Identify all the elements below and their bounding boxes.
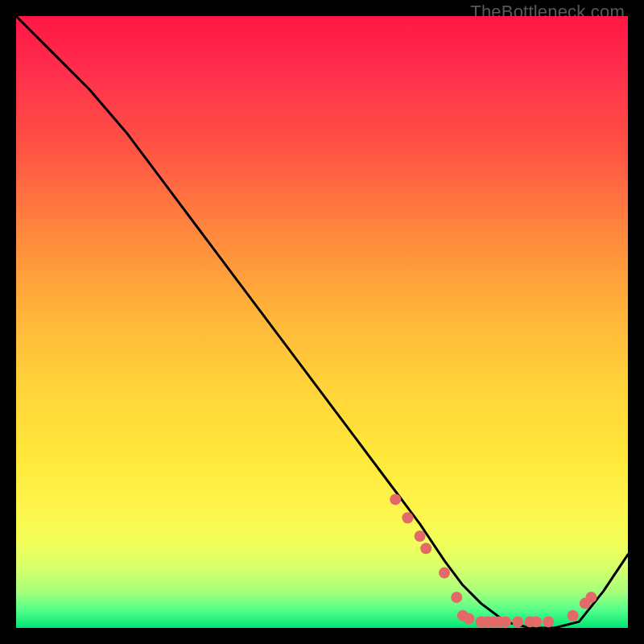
data-point (390, 493, 401, 505)
curve-svg (16, 16, 628, 628)
data-point (402, 512, 413, 523)
plot-area (16, 16, 628, 628)
data-point (500, 616, 511, 627)
data-point (463, 613, 474, 625)
data-point (512, 616, 523, 627)
bottleneck-curve (16, 16, 628, 628)
curve-layer (16, 16, 628, 628)
data-point (439, 568, 450, 579)
data-point (530, 616, 542, 627)
chart-frame: TheBottleneck.com (0, 0, 644, 644)
data-point (568, 610, 579, 621)
data-point (451, 592, 462, 603)
marker-layer (390, 493, 597, 627)
data-point (543, 616, 554, 627)
data-point (420, 543, 431, 554)
data-point (585, 592, 597, 603)
data-point (415, 530, 426, 542)
